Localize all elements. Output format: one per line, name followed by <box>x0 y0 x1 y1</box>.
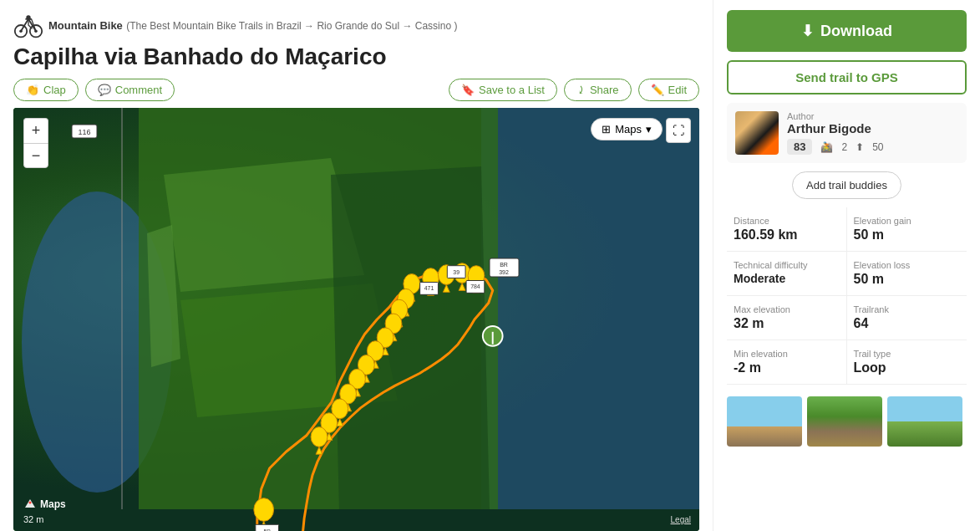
map-scale: 32 m <box>23 514 43 524</box>
author-avatar <box>735 111 779 155</box>
svg-point-46 <box>254 498 274 522</box>
chevron-down-icon: ▾ <box>646 123 652 135</box>
fullscreen-icon: ⛶ <box>673 124 684 137</box>
photo-thumb-1[interactable] <box>727 396 802 447</box>
breadcrumb-text: Mountain Bike (The Best Mountain Bike Tr… <box>48 18 457 33</box>
author-followers: 50 <box>872 141 883 153</box>
legal-link[interactable]: Legal <box>671 515 691 524</box>
add-buddies-button[interactable]: Add trail buddies <box>792 171 901 199</box>
trails-icon: 🚵 <box>820 141 833 153</box>
action-bar: 👏 Clap 💬 Comment 🔖 Save to a List ⤸ Shar… <box>13 79 699 101</box>
stat-min-elevation: Min elevation -2 m <box>727 340 847 385</box>
breadcrumb: Mountain Bike (The Best Mountain Bike Tr… <box>13 10 699 40</box>
author-info: Author Arthur Bigode 83 🚵 2 ⬆ 50 <box>787 111 958 155</box>
map-controls: + − <box>23 118 48 168</box>
author-card: Author Arthur Bigode 83 🚵 2 ⬆ 50 <box>727 103 967 163</box>
svg-marker-21 <box>459 283 465 290</box>
svg-point-4 <box>26 15 30 19</box>
svg-marker-19 <box>443 284 449 292</box>
stat-distance: Distance 160.59 km <box>727 207 847 252</box>
svg-text:784: 784 <box>470 283 480 289</box>
stat-trailrank: Trailrank 64 <box>847 296 967 340</box>
download-button[interactable]: ⬇ Download <box>727 10 967 52</box>
clap-icon: 👏 <box>26 84 39 96</box>
author-stats: 83 🚵 2 ⬆ 50 <box>787 139 958 155</box>
svg-point-44 <box>311 427 328 447</box>
stat-trail-type: Trail type Loop <box>847 340 967 385</box>
stat-elevation-loss: Elevation loss 50 m <box>847 252 967 296</box>
share-icon: ⤸ <box>576 84 586 96</box>
edit-icon: ✏️ <box>651 84 664 96</box>
bookmark-icon: 🔖 <box>461 84 475 96</box>
photos-row <box>727 396 967 447</box>
share-button[interactable]: ⤸ Share <box>564 79 632 101</box>
fullscreen-button[interactable]: ⛶ <box>666 118 691 143</box>
bike-icon <box>13 10 43 40</box>
author-trails: 2 <box>841 141 847 153</box>
right-panel: ⬇ Download Send trail to GPS Author Arth… <box>713 0 980 531</box>
trail-path: 471 39 784 BR 471 <box>13 108 699 531</box>
author-score: 83 <box>787 139 812 155</box>
zoom-in-button[interactable]: + <box>23 118 48 143</box>
left-panel: Mountain Bike (The Best Mountain Bike Tr… <box>0 0 713 531</box>
zoom-out-button[interactable]: − <box>23 143 48 168</box>
save-to-list-button[interactable]: 🔖 Save to a List <box>449 79 557 101</box>
download-icon: ⬇ <box>801 22 814 40</box>
photo-thumb-3[interactable] <box>887 396 962 447</box>
layers-icon: ⊞ <box>602 123 611 135</box>
svg-point-57 <box>29 502 32 504</box>
gps-button[interactable]: Send trail to GPS <box>727 60 967 94</box>
stat-max-elevation: Max elevation 32 m <box>727 296 847 340</box>
map-container: 116 BR 392 <box>13 108 699 531</box>
clap-button[interactable]: 👏 Clap <box>13 79 79 101</box>
stat-tech-difficulty: Technical difficulty Moderate <box>727 252 847 296</box>
page-title: Capilha via Banhado do Maçarico <box>13 43 699 70</box>
svg-text:471: 471 <box>424 285 434 291</box>
edit-button[interactable]: ✏️ Edit <box>638 79 699 101</box>
map-type-button[interactable]: ⊞ Maps ▾ <box>591 118 663 140</box>
svg-marker-45 <box>316 447 322 454</box>
stats-grid: Distance 160.59 km Elevation gain 50 m T… <box>727 207 967 385</box>
apple-maps-logo: Maps <box>23 498 66 511</box>
followers-icon: ⬆ <box>856 141 864 153</box>
comment-button[interactable]: 💬 Comment <box>85 79 175 101</box>
comment-icon: 💬 <box>98 84 111 96</box>
stat-elevation-gain: Elevation gain 50 m <box>847 207 967 252</box>
svg-text:39: 39 <box>453 269 460 275</box>
photo-thumb-2[interactable] <box>807 396 882 447</box>
